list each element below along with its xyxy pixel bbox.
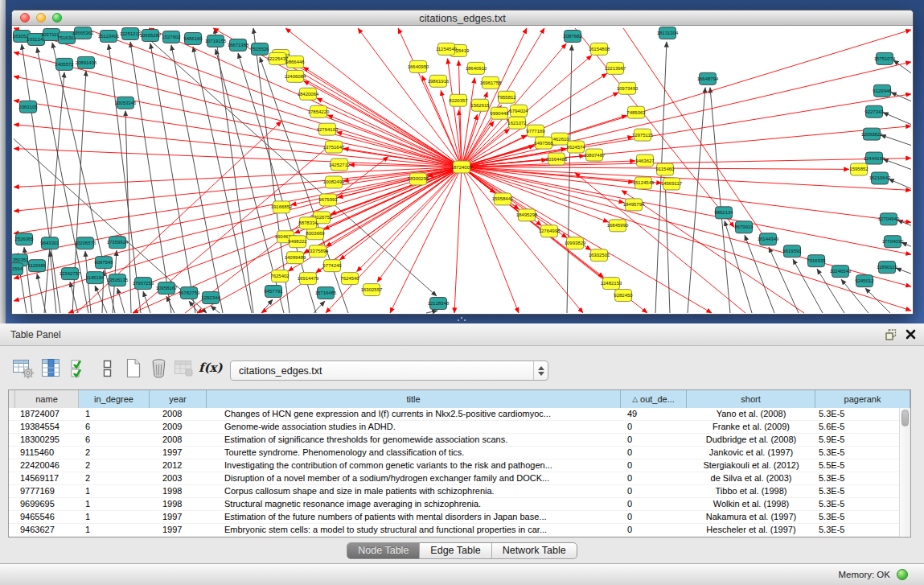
cell-name[interactable]: 9699695: [15, 498, 79, 510]
float-panel-icon[interactable]: [885, 329, 897, 340]
cell-out-degree[interactable]: 0: [621, 459, 687, 472]
cell-short[interactable]: Stergiakouli et al. (2012): [687, 459, 815, 472]
cell-year[interactable]: 2009: [150, 421, 207, 433]
cell-pagerank[interactable]: 5.3E-5: [815, 485, 910, 497]
table-scrollbar[interactable]: [899, 408, 910, 537]
table-row[interactable]: 1872400712008Changes of HCN gene express…: [9, 408, 910, 421]
panel-divider-grip[interactable]: [455, 316, 468, 323]
table-select-dropdown[interactable]: citations_edges.txt: [230, 360, 548, 381]
cell-short[interactable]: Dudbridge et al. (2008): [687, 434, 815, 446]
cell-out-degree[interactable]: 0: [621, 472, 687, 484]
cell-in-degree[interactable]: 2: [79, 472, 150, 484]
table-row[interactable]: 1830029562008Estimation of significance …: [9, 434, 910, 447]
cell-year[interactable]: 2008: [150, 434, 207, 446]
cell-pagerank[interactable]: 5.3E-5: [815, 511, 910, 523]
cell-pagerank[interactable]: 5.3E-5: [815, 524, 910, 536]
cell-title[interactable]: Structural magnetic resonance image aver…: [207, 498, 621, 510]
cell-short[interactable]: Wolkin et al. (1998): [687, 498, 815, 510]
cell-in-degree[interactable]: 1: [79, 498, 150, 510]
create-column-icon[interactable]: [122, 357, 144, 379]
cell-out-degree[interactable]: 0: [621, 524, 687, 536]
cell-year[interactable]: 1997: [150, 447, 207, 459]
cell-name[interactable]: 9463627: [15, 524, 79, 536]
cell-short[interactable]: Jankovic et al. (1997): [687, 447, 815, 459]
table-row[interactable]: 946554611997Estimation of the future num…: [9, 511, 910, 524]
cell-in-degree[interactable]: 2: [79, 459, 150, 472]
column-header-year[interactable]: year: [150, 390, 207, 408]
column-header-pagerank[interactable]: pagerank: [815, 390, 910, 408]
cell-pagerank[interactable]: 5.6E-5: [815, 421, 910, 433]
column-header-short[interactable]: short: [687, 390, 815, 408]
cell-out-degree[interactable]: 0: [621, 434, 687, 446]
cell-title[interactable]: Investigating the contribution of common…: [207, 459, 621, 472]
delete-column-icon[interactable]: [148, 357, 170, 379]
cell-year[interactable]: 2012: [150, 459, 207, 472]
cell-short[interactable]: Hescheler et al. (1997): [687, 524, 815, 536]
cell-out-degree[interactable]: 0: [621, 485, 687, 497]
cell-title[interactable]: Genome-wide association studies in ADHD.: [207, 421, 621, 433]
cell-name[interactable]: 18300295: [15, 434, 79, 446]
network-view-canvas[interactable]: 1872400716305112031245103711967516301195…: [12, 27, 913, 314]
cell-name[interactable]: 22420046: [15, 459, 79, 472]
cell-pagerank[interactable]: 5.5E-5: [815, 459, 910, 472]
network-window-titlebar[interactable]: citations_edges.txt: [12, 10, 913, 26]
table-row[interactable]: 946362711997Embryonic stem cells: a mode…: [9, 524, 910, 537]
cell-in-degree[interactable]: 6: [79, 421, 150, 433]
function-builder-icon[interactable]: f(x): [199, 357, 220, 379]
table-row[interactable]: 977716911998Corpus callosum shape and si…: [9, 485, 910, 498]
cell-title[interactable]: Estimation of significance thresholds fo…: [207, 434, 621, 446]
table-row[interactable]: 1938455462009Genome-wide association stu…: [9, 421, 910, 434]
row-options-icon[interactable]: [97, 357, 118, 379]
cell-out-degree[interactable]: 0: [621, 511, 687, 523]
cell-title[interactable]: Embryonic stem cells: a model to study s…: [207, 524, 621, 536]
close-panel-icon[interactable]: [906, 329, 916, 340]
cell-out-degree[interactable]: 0: [621, 421, 687, 433]
cell-short[interactable]: Franke et al. (2009): [687, 421, 815, 433]
cell-pagerank[interactable]: 5.9E-5: [815, 434, 910, 446]
cell-year[interactable]: 1997: [150, 524, 207, 536]
cell-year[interactable]: 2008: [150, 408, 207, 420]
cell-pagerank[interactable]: 5.3E-5: [815, 472, 910, 484]
cell-title[interactable]: Disruption of a novel member of a sodium…: [207, 472, 621, 484]
network-graph[interactable]: 1872400716305112031245103711967516301195…: [12, 27, 913, 314]
table-mode-icon[interactable]: [12, 357, 34, 379]
table-row[interactable]: 2242004622012Investigating the contribut…: [9, 459, 910, 472]
cell-out-degree[interactable]: 49: [621, 408, 687, 420]
select-visible-columns-icon[interactable]: [69, 357, 91, 379]
cell-in-degree[interactable]: 1: [79, 485, 150, 497]
cell-in-degree[interactable]: 2: [79, 447, 150, 459]
scrollbar-thumb[interactable]: [901, 410, 909, 426]
cell-title[interactable]: Changes of HCN gene expression and I(f) …: [207, 408, 621, 420]
cell-in-degree[interactable]: 1: [79, 408, 150, 420]
tab-node-table[interactable]: Node Table: [347, 543, 419, 558]
column-header-gutter[interactable]: [9, 390, 15, 408]
cell-name[interactable]: 19384554: [15, 421, 79, 433]
close-window-button[interactable]: [20, 13, 30, 23]
cell-pagerank[interactable]: 5.3E-5: [815, 498, 910, 510]
cell-name[interactable]: 9777169: [15, 485, 79, 497]
cell-year[interactable]: 1997: [150, 511, 207, 523]
cell-year[interactable]: 2003: [150, 472, 207, 484]
cell-title[interactable]: Estimation of the future numbers of pati…: [207, 511, 621, 523]
cell-in-degree[interactable]: 1: [79, 524, 150, 536]
cell-year[interactable]: 1998: [150, 498, 207, 510]
tab-edge-table[interactable]: Edge Table: [419, 543, 491, 558]
tab-network-table[interactable]: Network Table: [491, 543, 577, 558]
cell-title[interactable]: Tourette syndrome. Phenomenology and cla…: [207, 447, 621, 459]
cell-in-degree[interactable]: 1: [79, 511, 150, 523]
cell-name[interactable]: 14569117: [15, 472, 79, 484]
table-row[interactable]: 1456911722003Disruption of a novel membe…: [9, 472, 910, 485]
cell-name[interactable]: 18724007: [15, 408, 79, 420]
cell-name[interactable]: 9465546: [15, 511, 79, 523]
cell-pagerank[interactable]: 5.3E-5: [815, 447, 910, 459]
table-row[interactable]: 969969511998Structural magnetic resonanc…: [9, 498, 910, 511]
zoom-window-button[interactable]: [52, 13, 62, 23]
column-header-out_de[interactable]: △out_de...: [621, 390, 687, 408]
minimize-window-button[interactable]: [36, 13, 46, 23]
show-columns-icon[interactable]: [40, 357, 62, 379]
column-header-title[interactable]: title: [207, 390, 621, 408]
cell-out-degree[interactable]: 0: [621, 447, 687, 459]
cell-name[interactable]: 9115460: [15, 447, 79, 459]
column-header-name[interactable]: name: [15, 390, 79, 408]
cell-in-degree[interactable]: 6: [79, 434, 150, 446]
